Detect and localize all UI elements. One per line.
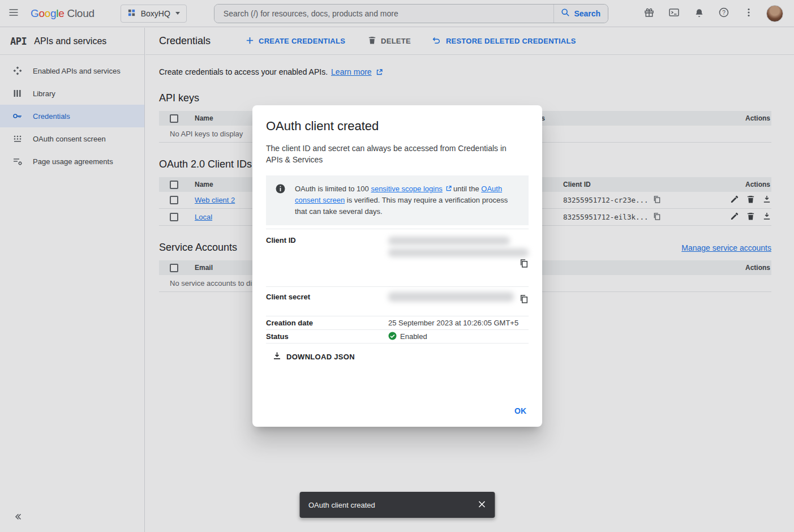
close-icon bbox=[478, 500, 486, 510]
creation-date-value: 25 September 2023 at 10:26:05 GMT+5 bbox=[388, 319, 529, 327]
oauth-limit-infobox: OAuth is limited to 100 sensitive scope … bbox=[266, 175, 529, 225]
snackbar: OAuth client created bbox=[299, 492, 495, 518]
copy-client-id-button[interactable] bbox=[520, 259, 529, 270]
oauth-client-created-dialog: OAuth client created The client ID and s… bbox=[252, 105, 542, 427]
check-circle-icon bbox=[388, 332, 397, 342]
dialog-subtitle: The client ID and secret can always be a… bbox=[266, 143, 515, 165]
client-id-row: Client ID bbox=[266, 229, 529, 287]
copy-icon bbox=[520, 259, 529, 270]
client-id-label: Client ID bbox=[266, 229, 388, 286]
status-label: Status bbox=[266, 332, 388, 341]
download-icon bbox=[273, 351, 281, 362]
dialog-title: OAuth client created bbox=[266, 119, 529, 134]
redacted-value bbox=[388, 237, 510, 245]
client-secret-redacted bbox=[388, 287, 529, 316]
creation-date-row: Creation date 25 September 2023 at 10:26… bbox=[266, 316, 529, 330]
ok-button[interactable]: OK bbox=[514, 406, 526, 415]
status-badge: Enabled bbox=[400, 332, 427, 341]
redacted-value bbox=[388, 248, 529, 257]
copy-client-secret-button[interactable] bbox=[520, 294, 529, 306]
creation-date-label: Creation date bbox=[266, 319, 388, 327]
infobox-text: OAuth is limited to 100 sensitive scope … bbox=[295, 183, 520, 217]
dialog-fields: Client ID Client secret Creation date 25… bbox=[266, 229, 529, 344]
download-json-button[interactable]: DOWNLOAD JSON bbox=[273, 351, 355, 362]
status-value-wrap: Enabled bbox=[388, 332, 529, 342]
snackbar-close-button[interactable] bbox=[469, 492, 495, 518]
status-row: Status Enabled bbox=[266, 330, 529, 344]
client-secret-row: Client secret bbox=[266, 287, 529, 316]
info-icon bbox=[275, 183, 286, 217]
redacted-value bbox=[388, 292, 514, 302]
client-secret-label: Client secret bbox=[266, 287, 388, 316]
external-link-icon bbox=[446, 186, 452, 191]
google-cloud-console: Google Cloud BoxyHQ Search ? API bbox=[0, 0, 794, 532]
copy-icon bbox=[520, 294, 529, 306]
snackbar-message: OAuth client created bbox=[308, 501, 375, 509]
sensitive-scope-logins-link[interactable]: sensitive scope logins bbox=[371, 185, 442, 193]
client-id-redacted bbox=[388, 229, 529, 286]
